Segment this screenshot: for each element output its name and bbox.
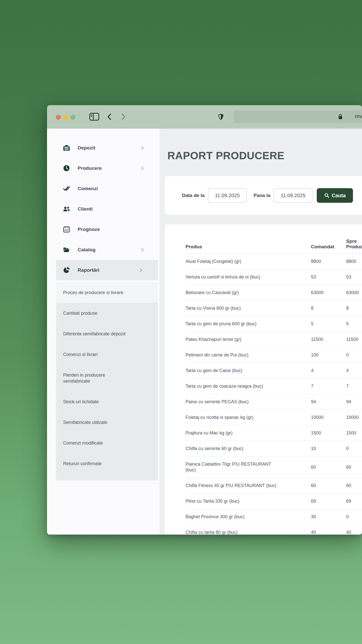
submenu-item-comenzi-modificate[interactable]: Comenzi modificate	[56, 433, 158, 453]
product-name: Tarta cu Visina 600 gr (buc)	[186, 305, 241, 311]
product-name: Chifla cu seminte 60 gr (buc)	[186, 446, 243, 452]
table-row: Tarta cu gem de Caise (buc)44	[186, 363, 362, 379]
sidebar-item-raport-ri[interactable]: Raportări	[56, 260, 158, 280]
report-table-card: ProdusComandatSpre Producere Aluat Foiet…	[165, 224, 362, 535]
browser-window: mv DepozitProducereComenziClientiPrognoz…	[47, 105, 362, 535]
to-produce-value: 4	[346, 363, 362, 379]
table-row: Baghet Province 300 gr (buc)300	[186, 509, 362, 525]
table-row: Foietaj cu ricotta si spanac kg (gr)1000…	[186, 410, 362, 425]
shield-icon[interactable]	[218, 113, 224, 120]
chevron-right-icon	[141, 248, 144, 252]
column-header-comandat: Comandat	[311, 224, 346, 254]
ordered-value: 60	[311, 478, 346, 494]
product-name: Chifla Fitness 45 gr P/U RESTAURANT (buc…	[186, 483, 276, 489]
table-row: Aluat Foietaj (Congelat) (gr)88008800	[186, 254, 362, 269]
ordered-value: 8800	[311, 254, 346, 269]
close-button[interactable]	[56, 115, 61, 120]
ordered-value: 10000	[311, 410, 346, 425]
sidebar-item-producere[interactable]: Producere	[47, 158, 159, 178]
sidebar-item-label: Catalog	[78, 247, 96, 253]
table-row: Chifla cu tarita 80 gr (buc)4040	[186, 525, 362, 535]
ordered-value: 8	[311, 301, 346, 316]
submenu-item-pierderi-in-producere-semifabricate[interactable]: Pierderi in producere semifabricate	[56, 365, 158, 391]
to-produce-value: 40	[346, 525, 362, 535]
sidebar-item-catalog[interactable]: Catalog	[47, 239, 159, 260]
minimize-button[interactable]	[63, 115, 68, 120]
table-row: Vertuta cu cartofi si brinza de oi (buc)…	[186, 269, 362, 285]
ordered-value: 40	[311, 525, 346, 535]
product-name: Pateu Khachapuri lenisi (gr)	[186, 337, 241, 342]
sidebar: DepozitProducereComenziClientiPrognozeCa…	[47, 129, 159, 535]
users-icon	[63, 206, 70, 212]
to-produce-value: 63000	[346, 285, 362, 301]
ordered-value: 69	[311, 494, 346, 509]
table-row: Pateu Khachapuri lenisi (gr)1150011500	[186, 332, 362, 347]
to-produce-value: 10000	[346, 410, 362, 425]
to-produce-value: 60	[346, 457, 362, 478]
submenu-item-stock-uri-lichidate[interactable]: Stock-uri lichidate	[56, 391, 158, 412]
submenu-item-cantitati-produse[interactable]: Cantitati produse	[56, 303, 158, 324]
forward-icon[interactable]	[121, 113, 126, 120]
search-button[interactable]: Cauta	[317, 188, 353, 203]
table-row: Chifla Fitness 45 gr P/U RESTAURANT (buc…	[186, 478, 362, 494]
address-bar[interactable]: mv	[234, 110, 362, 123]
sidebar-item-clienti[interactable]: Clienti	[47, 199, 159, 219]
to-produce-value: 11500	[346, 332, 362, 347]
browser-titlebar: mv	[47, 105, 362, 129]
ordered-value: 100	[311, 347, 346, 363]
sidebar-item-label: Producere	[78, 166, 102, 171]
ordered-value: 30	[311, 509, 346, 525]
filter-card: Data de la 11.09.2025 Pana la 11.09.2025…	[165, 176, 362, 215]
product-name: Tarta cu gem de pruna 600 gr (buc)	[186, 321, 256, 327]
page-title: RAPORT PRODUCERE	[167, 150, 362, 162]
address-url: mv	[355, 113, 362, 119]
table-row: Chifla cu seminte 60 gr (buc)100	[186, 441, 362, 457]
chevron-right-icon	[141, 166, 144, 170]
ordered-value: 63000	[311, 285, 346, 301]
date-from-input[interactable]: 11.09.2025	[208, 188, 247, 203]
product-name: Baghet Province 300 gr (buc)	[186, 514, 244, 520]
product-name: Prajitura cu Mac kg (gr)	[186, 430, 233, 436]
sidebar-item-label: Comenzi	[78, 186, 98, 191]
chevron-right-icon	[141, 146, 144, 150]
calendar-icon	[63, 226, 70, 233]
product-name: Betisoare cu Cascaval (gr)	[186, 290, 239, 296]
sidebar-item-comenzi[interactable]: Comenzi	[47, 178, 159, 199]
desktop: { "browser": { "traffic_lights": ["close…	[0, 0, 362, 644]
submenu-item-retururi-confirmate[interactable]: Retururi confirmate	[56, 453, 158, 474]
traffic-lights	[56, 115, 75, 120]
to-produce-value: 0	[346, 509, 362, 525]
submenu-item-diferenta-semifabricate-depozit[interactable]: Diferenta semifabricate depozit	[56, 324, 158, 344]
ordered-value: 4	[311, 363, 346, 379]
table-row: Tarta cu gem de coacaza neagra (buc)77	[186, 379, 362, 394]
sidebar-toggle-icon[interactable]	[89, 113, 99, 121]
zoom-button[interactable]	[70, 115, 75, 120]
date-from-label: Data de la	[182, 193, 205, 198]
sidebar-item-label: Prognoze	[78, 227, 100, 232]
table-row: Painica Ciabattini 70gr P/U RESTAURANT (…	[186, 457, 362, 478]
submenu-item-semifabricate-utilizate[interactable]: Semifabricate utilizate	[56, 412, 158, 433]
to-produce-value: 5	[346, 316, 362, 332]
sidebar-item-prognoze[interactable]: Prognoze	[47, 219, 159, 239]
submenu-item-proces-de-producere-si-livrare[interactable]: Proces de producere si livrare	[56, 282, 158, 303]
main-content: RAPORT PRODUCERE Data de la 11.09.2025 P…	[159, 129, 362, 535]
lock-icon	[338, 114, 343, 120]
reports-submenu: Proces de producere si livrareCantitati …	[56, 282, 158, 480]
folder-icon	[63, 246, 70, 253]
column-header-produs: Produs	[186, 224, 311, 254]
ordered-value: 94	[311, 394, 346, 410]
double-check-icon	[63, 185, 70, 192]
back-icon[interactable]	[107, 113, 112, 120]
column-header-spre-producere: Spre Producere	[346, 224, 362, 254]
to-produce-value: 94	[346, 394, 362, 410]
date-to-input[interactable]: 11.09.2025	[274, 188, 312, 203]
sidebar-item-label: Raportări	[78, 267, 99, 273]
to-produce-value: 0	[346, 441, 362, 457]
to-produce-value: 7	[346, 379, 362, 394]
ordered-value: 11500	[311, 332, 346, 347]
submenu-item-comenzi-si-livrari[interactable]: Comenzi si livrari	[56, 344, 158, 365]
to-produce-value: 1500	[346, 425, 362, 441]
sidebar-item-depozit[interactable]: Depozit	[47, 138, 159, 158]
table-row: Betisoare cu Cascaval (gr)6300063000	[186, 285, 362, 301]
table-row: Pelimeni din carne de Pui (buc)1000	[186, 347, 362, 363]
